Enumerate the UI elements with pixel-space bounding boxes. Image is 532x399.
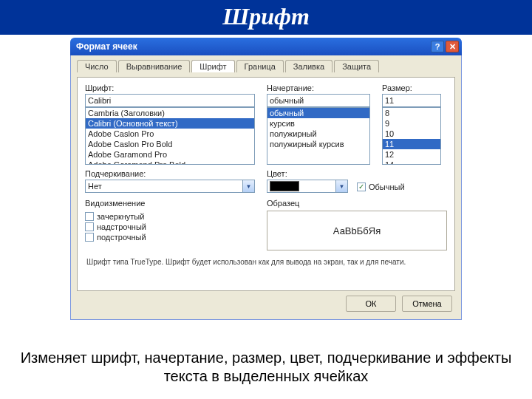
underline-value: Нет (85, 180, 243, 193)
list-item[interactable]: полужирный (267, 129, 369, 139)
style-input[interactable]: обычный (267, 94, 370, 107)
list-item[interactable]: 9 (383, 118, 440, 129)
checkbox-icon (85, 222, 94, 231)
list-item[interactable]: Calibri (Основной текст) (86, 118, 254, 129)
style-listbox[interactable]: обычный курсив полужирный полужирный кур… (267, 107, 370, 165)
label-style: Начертание: (267, 83, 370, 92)
tab-strip: Число Выравнивание Шрифт Граница Заливка… (77, 60, 455, 72)
font-listbox[interactable]: Cambria (Заголовки) Calibri (Основной те… (85, 107, 255, 165)
size-listbox[interactable]: 8 9 10 11 12 14 (382, 107, 441, 165)
label-underline: Подчеркивание: (85, 169, 255, 178)
list-item[interactable]: полужирный курсив (267, 139, 369, 149)
tab-border[interactable]: Граница (236, 60, 284, 72)
window-title: Формат ячеек (73, 41, 429, 52)
checkbox-icon (85, 212, 94, 221)
window-titlebar[interactable]: Формат ячеек ? ✕ (70, 38, 462, 55)
tab-protection[interactable]: Защита (334, 60, 379, 72)
check-normal[interactable]: Обычный (357, 183, 405, 191)
font-input[interactable]: Calibri (85, 94, 255, 107)
tab-fill[interactable]: Заливка (285, 60, 332, 72)
check-label: надстрочный (97, 222, 146, 231)
size-input[interactable]: 11 (382, 94, 441, 107)
checkbox-icon (357, 183, 366, 191)
check-strikethrough[interactable]: зачеркнутый (85, 212, 255, 221)
slide-title: Шрифт (0, 0, 532, 35)
format-cells-dialog: Формат ячеек ? ✕ Число Выравнивание Шриф… (70, 38, 462, 320)
list-item[interactable]: Adobe Caslon Pro Bold (86, 139, 254, 149)
cancel-button[interactable]: Отмена (402, 296, 452, 312)
check-subscript[interactable]: подстрочный (85, 233, 255, 242)
check-label: Обычный (369, 183, 405, 191)
dialog-body: Число Выравнивание Шрифт Граница Заливка… (70, 55, 462, 320)
dialog-buttons: ОК Отмена (77, 291, 455, 313)
chevron-down-icon[interactable]: ▼ (243, 180, 255, 193)
list-item[interactable]: 11 (383, 139, 440, 149)
tab-number[interactable]: Число (77, 60, 117, 72)
close-button[interactable]: ✕ (446, 41, 459, 52)
tab-font[interactable]: Шрифт (191, 60, 234, 72)
label-font: Шрифт: (85, 83, 255, 92)
effects-group: зачеркнутый надстрочный подстрочный (85, 211, 255, 243)
font-description: Шрифт типа TrueType. Шрифт будет использ… (85, 250, 447, 283)
label-color: Цвет: (267, 169, 348, 178)
list-item[interactable]: 10 (383, 129, 440, 139)
preview-box: АаВbБбЯя (267, 211, 447, 250)
font-panel: Шрифт: Calibri Cambria (Заголовки) Calib… (77, 77, 455, 291)
list-item[interactable]: 8 (383, 108, 440, 118)
color-swatch (270, 181, 299, 191)
ok-button[interactable]: ОК (346, 296, 396, 312)
list-item[interactable]: Adobe Caslon Pro (86, 129, 254, 139)
list-item[interactable]: Adobe Garamond Pro (86, 149, 254, 160)
list-item[interactable]: 14 (383, 160, 440, 165)
preview-text: АаВbБбЯя (333, 225, 381, 236)
underline-dropdown[interactable]: Нет ▼ (85, 180, 255, 193)
chevron-down-icon[interactable]: ▼ (336, 180, 348, 193)
slide-caption: Изменяет шрифт, начертание, размер, цвет… (0, 349, 532, 386)
list-item[interactable]: Adobe Garamond Pro Bold (86, 160, 254, 165)
help-button[interactable]: ? (431, 41, 444, 52)
check-label: зачеркнутый (97, 212, 144, 221)
checkbox-icon (85, 233, 94, 242)
label-preview: Образец (267, 199, 447, 208)
check-superscript[interactable]: надстрочный (85, 222, 255, 231)
list-item[interactable]: курсив (267, 118, 369, 129)
list-item[interactable]: обычный (267, 108, 369, 118)
tab-alignment[interactable]: Выравнивание (118, 60, 191, 72)
label-effects: Видоизменение (85, 199, 255, 208)
list-item[interactable]: Cambria (Заголовки) (86, 108, 254, 118)
check-label: подстрочный (97, 233, 146, 242)
color-dropdown[interactable]: ▼ (267, 180, 348, 193)
list-item[interactable]: 12 (383, 149, 440, 160)
label-size: Размер: (382, 83, 441, 92)
